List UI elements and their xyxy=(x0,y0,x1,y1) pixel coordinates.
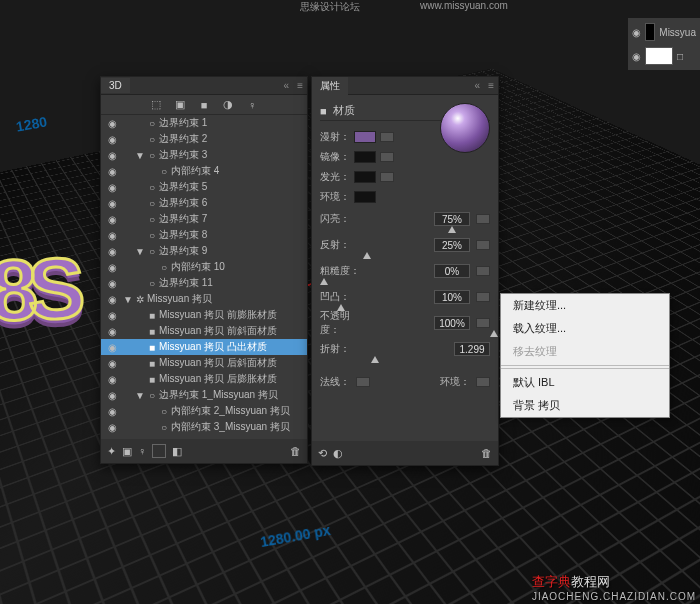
eye-icon[interactable]: ◉ xyxy=(105,214,119,225)
context-menu-item[interactable]: 背景 拷贝 xyxy=(501,394,669,417)
slider-thumb-icon[interactable] xyxy=(448,226,456,233)
eye-icon[interactable]: ◉ xyxy=(105,166,119,177)
eye-icon[interactable]: ◉ xyxy=(105,310,119,321)
layer-row-object[interactable]: ◉ Missyua xyxy=(628,20,700,44)
eye-icon[interactable]: ◉ xyxy=(632,27,641,38)
eye-icon[interactable]: ◉ xyxy=(105,390,119,401)
eye-icon[interactable]: ◉ xyxy=(105,230,119,241)
diffuse-texture-icon[interactable] xyxy=(380,132,394,142)
diffuse-swatch[interactable] xyxy=(354,131,376,143)
slider-track[interactable] xyxy=(320,229,490,235)
tree-row[interactable]: ◉○边界约束 11 xyxy=(101,275,307,291)
slider-thumb-icon[interactable] xyxy=(337,304,345,311)
eye-icon[interactable]: ◉ xyxy=(632,51,641,62)
panel-3d-menu-icon[interactable]: ≡ xyxy=(293,80,307,91)
slider-texture-icon[interactable] xyxy=(476,266,490,276)
material-preview-sphere[interactable] xyxy=(440,103,490,153)
glow-texture-icon[interactable] xyxy=(380,172,394,182)
tree-row[interactable]: ◉■Missyuan 拷贝 后膨胀材质 xyxy=(101,371,307,387)
texture-context-menu[interactable]: 新建纹理...载入纹理...移去纹理默认 IBL背景 拷贝 xyxy=(500,293,670,418)
slider-track[interactable] xyxy=(320,255,490,261)
tree-row[interactable]: ◉○边界约束 5 xyxy=(101,179,307,195)
slider-texture-icon[interactable] xyxy=(476,214,490,224)
disclosure-icon[interactable]: ▼ xyxy=(135,150,145,161)
slider-value-field[interactable]: 0% xyxy=(434,264,470,278)
slider-thumb-icon[interactable] xyxy=(363,252,371,259)
tree-row[interactable]: ◉○边界约束 6 xyxy=(101,195,307,211)
slider-texture-icon[interactable] xyxy=(476,292,490,302)
slider-thumb-icon[interactable] xyxy=(371,356,379,363)
eye-icon[interactable]: ◉ xyxy=(105,326,119,337)
tab-properties[interactable]: 属性 xyxy=(312,77,348,95)
context-menu-item[interactable]: 载入纹理... xyxy=(501,317,669,340)
panel-3d-collapse-icon[interactable]: « xyxy=(280,80,294,91)
tree-row[interactable]: ◉■Missyuan 拷贝 前膨胀材质 xyxy=(101,307,307,323)
disclosure-icon[interactable]: ▼ xyxy=(123,294,133,305)
tab-3d[interactable]: 3D xyxy=(101,78,130,93)
eye-icon[interactable]: ◉ xyxy=(105,134,119,145)
layer-thumb[interactable] xyxy=(645,23,655,41)
tree-row[interactable]: ◉■Missyuan 拷贝 凸出材质 xyxy=(101,339,307,355)
slider-track[interactable] xyxy=(320,281,490,287)
glow-swatch[interactable] xyxy=(354,171,376,183)
filter-all-icon[interactable]: ⬚ xyxy=(149,98,163,111)
slider-value-field[interactable]: 25% xyxy=(434,238,470,252)
filter-bulb-icon[interactable]: ♀ xyxy=(245,99,259,111)
light-icon[interactable]: ♀ xyxy=(138,445,146,457)
panel-props-collapse-icon[interactable]: « xyxy=(471,80,485,91)
slider-track[interactable] xyxy=(320,359,490,365)
tree-row[interactable]: ◉○内部约束 2_Missyuan 拷贝 xyxy=(101,403,307,419)
layer-row-background[interactable]: ◉ □ xyxy=(628,44,700,68)
tree-row[interactable]: ◉▼○边界约束 9 xyxy=(101,243,307,259)
slider-value-field[interactable]: 1.299 xyxy=(454,342,490,356)
camera-icon[interactable]: ▣ xyxy=(122,445,132,458)
ambient-swatch[interactable] xyxy=(354,191,376,203)
eye-icon[interactable]: ◉ xyxy=(105,262,119,273)
trash-icon[interactable]: 🗑 xyxy=(290,445,301,457)
eye-icon[interactable]: ◉ xyxy=(105,406,119,417)
props-trash-icon[interactable]: 🗑 xyxy=(481,447,492,459)
eye-icon[interactable]: ◉ xyxy=(105,278,119,289)
eye-icon[interactable]: ◉ xyxy=(105,246,119,257)
eye-icon[interactable]: ◉ xyxy=(105,422,119,433)
context-menu-item[interactable]: 默认 IBL xyxy=(501,371,669,394)
tree-row[interactable]: ◉○边界约束 2 xyxy=(101,131,307,147)
slider-value-field[interactable]: 75% xyxy=(434,212,470,226)
tree-row[interactable]: ◉○内部约束 4 xyxy=(101,163,307,179)
tree-row[interactable]: ◉■Missyuan 拷贝 前斜面材质 xyxy=(101,323,307,339)
scene-tree[interactable]: ◉○边界约束 1◉○边界约束 2◉▼○边界约束 3◉○内部约束 4◉○边界约束 … xyxy=(101,115,307,437)
tree-row[interactable]: ◉▼○边界约束 3 xyxy=(101,147,307,163)
eye-icon[interactable]: ◉ xyxy=(105,342,119,353)
normals-texture-icon[interactable] xyxy=(356,377,370,387)
disclosure-icon[interactable]: ▼ xyxy=(135,246,145,257)
env-texture-icon[interactable] xyxy=(476,377,490,387)
eye-icon[interactable]: ◉ xyxy=(105,182,119,193)
tree-row[interactable]: ◉■Missyuan 拷贝 后斜面材质 xyxy=(101,355,307,371)
props-sphere-icon[interactable]: ◐ xyxy=(333,447,343,460)
tree-row[interactable]: ◉▼✲Missyuan 拷贝 xyxy=(101,291,307,307)
slider-texture-icon[interactable] xyxy=(476,318,490,328)
picker-icon[interactable]: ✦ xyxy=(107,445,116,458)
disclosure-icon[interactable]: ▼ xyxy=(135,390,145,401)
eye-icon[interactable]: ◉ xyxy=(105,294,119,305)
eye-icon[interactable]: ◉ xyxy=(105,118,119,129)
render-button[interactable] xyxy=(152,444,166,458)
slider-value-field[interactable]: 10% xyxy=(434,290,470,304)
slider-track[interactable] xyxy=(320,307,490,313)
filter-mesh-icon[interactable]: ▣ xyxy=(173,98,187,111)
specular-swatch[interactable] xyxy=(354,151,376,163)
tree-row[interactable]: ◉▼○边界约束 1_Missyuan 拷贝 xyxy=(101,387,307,403)
eye-icon[interactable]: ◉ xyxy=(105,358,119,369)
tree-row[interactable]: ◉○边界约束 1 xyxy=(101,115,307,131)
props-back-icon[interactable]: ⟲ xyxy=(318,447,327,460)
specular-texture-icon[interactable] xyxy=(380,152,394,162)
slider-track[interactable] xyxy=(320,333,490,339)
slider-value-field[interactable]: 100% xyxy=(434,316,470,330)
layer-thumb-bg[interactable] xyxy=(645,47,673,65)
slider-texture-icon[interactable] xyxy=(476,240,490,250)
filter-light-icon[interactable]: ◑ xyxy=(221,98,235,111)
tree-row[interactable]: ◉○内部约束 10 xyxy=(101,259,307,275)
panel-props-menu-icon[interactable]: ≡ xyxy=(484,80,498,91)
eye-icon[interactable]: ◉ xyxy=(105,374,119,385)
filter-material-icon[interactable]: ■ xyxy=(197,99,211,111)
